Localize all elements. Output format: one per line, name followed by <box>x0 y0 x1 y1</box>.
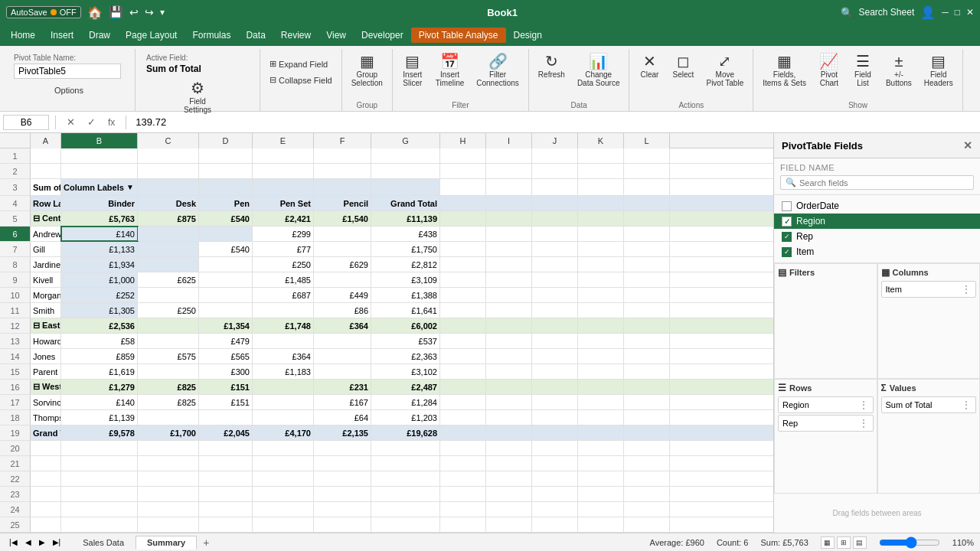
cell-l15[interactable] <box>624 364 670 379</box>
cell-l8[interactable] <box>624 257 670 272</box>
undo-icon[interactable]: ↩ <box>129 6 139 18</box>
options-btn[interactable]: Options <box>50 83 88 97</box>
cell-h4[interactable] <box>440 196 486 210</box>
cell-d17[interactable]: £151 <box>199 395 253 409</box>
cell-c14[interactable]: £575 <box>138 349 199 364</box>
cell-f1[interactable] <box>314 148 371 163</box>
field-checkbox-orderdate[interactable] <box>782 201 792 211</box>
panel-close-btn[interactable]: ✕ <box>963 139 972 152</box>
customize-icon[interactable]: ▾ <box>160 7 165 18</box>
cell-f16[interactable]: £231 <box>314 380 371 394</box>
cell-e10[interactable]: £687 <box>253 288 314 302</box>
cell-d9[interactable] <box>199 272 253 287</box>
cell-h5[interactable] <box>440 211 486 226</box>
cell-e9[interactable]: £1,485 <box>253 272 314 287</box>
cell-h19[interactable] <box>440 425 486 440</box>
cell-d12[interactable]: £1,354 <box>199 318 253 333</box>
field-headers-btn[interactable]: ▤ FieldHeaders <box>920 51 958 90</box>
cell-b5[interactable]: £5,763 <box>61 211 138 226</box>
cell-c2[interactable] <box>138 164 199 178</box>
cell-k14[interactable] <box>578 349 624 364</box>
account-icon[interactable]: 👤 <box>920 5 936 20</box>
cell-g4[interactable]: Grand Total <box>371 196 440 210</box>
cell-e17[interactable] <box>253 395 314 409</box>
menu-draw[interactable]: Draw <box>81 28 118 43</box>
cell-a9[interactable]: Kivell <box>31 272 61 287</box>
cell-b10[interactable]: £252 <box>61 288 138 302</box>
cell-j3[interactable] <box>532 179 578 195</box>
change-data-source-btn[interactable]: 📊 ChangeData Source <box>573 51 625 90</box>
menu-design[interactable]: Design <box>506 28 550 43</box>
cell-b9[interactable]: £1,000 <box>61 272 138 287</box>
cell-i14[interactable] <box>486 349 532 364</box>
cell-b16[interactable]: £1,279 <box>61 380 138 394</box>
cell-e16[interactable] <box>253 380 314 394</box>
area-box-filters[interactable]: ▤ Filters <box>774 263 877 379</box>
cell-j8[interactable] <box>532 257 578 272</box>
cell-l9[interactable] <box>624 272 670 287</box>
rows-region-dots[interactable]: ⋮ <box>858 399 869 411</box>
cell-e4[interactable]: Pen Set <box>253 196 314 210</box>
cell-f4[interactable]: Pencil <box>314 196 371 210</box>
cell-h2[interactable] <box>440 164 486 178</box>
cell-e1[interactable] <box>253 148 314 163</box>
cell-j19[interactable] <box>532 425 578 440</box>
cell-a15[interactable]: Parent <box>31 364 61 379</box>
cell-f8[interactable]: £629 <box>314 257 371 272</box>
cell-k15[interactable] <box>578 364 624 379</box>
area-box-rows[interactable]: ☰ Rows Region ⋮ Rep ⋮ <box>774 379 877 494</box>
cell-g11[interactable]: £1,641 <box>371 303 440 318</box>
cell-e3[interactable] <box>253 179 314 195</box>
cell-g14[interactable]: £2,363 <box>371 349 440 364</box>
cell-i11[interactable] <box>486 303 532 318</box>
cell-k9[interactable] <box>578 272 624 287</box>
cell-h10[interactable] <box>440 288 486 302</box>
cell-c13[interactable] <box>138 334 199 348</box>
cell-g17[interactable]: £1,284 <box>371 395 440 409</box>
cell-a6[interactable]: Andrews <box>31 227 61 241</box>
cell-i16[interactable] <box>486 380 532 394</box>
cell-k4[interactable] <box>578 196 624 210</box>
menu-page-layout[interactable]: Page Layout <box>118 28 185 43</box>
cell-f2[interactable] <box>314 164 371 178</box>
cell-b18[interactable]: £1,139 <box>61 410 138 425</box>
cell-h11[interactable] <box>440 303 486 318</box>
cell-j16[interactable] <box>532 380 578 394</box>
cell-g7[interactable]: £1,750 <box>371 242 440 256</box>
cell-l18[interactable] <box>624 410 670 425</box>
cell-f15[interactable] <box>314 364 371 379</box>
cell-a10[interactable]: Morgan <box>31 288 61 302</box>
search-sheet-icon[interactable]: 🔍 <box>841 7 853 18</box>
cell-k6[interactable] <box>578 227 624 241</box>
cell-k3[interactable] <box>578 179 624 195</box>
cell-d3[interactable] <box>199 179 253 195</box>
cell-h15[interactable] <box>440 364 486 379</box>
cell-k18[interactable] <box>578 410 624 425</box>
cell-d19[interactable]: £2,045 <box>199 425 253 440</box>
col-header-d[interactable]: D <box>199 133 253 148</box>
rows-area-item-region[interactable]: Region ⋮ <box>778 396 874 413</box>
cell-b1[interactable] <box>61 148 138 163</box>
pivot-name-input[interactable] <box>14 64 121 79</box>
col-header-h[interactable]: H <box>440 133 486 148</box>
cell-k19[interactable] <box>578 425 624 440</box>
menu-home[interactable]: Home <box>3 28 43 43</box>
cell-b11[interactable]: £1,305 <box>61 303 138 318</box>
cell-k17[interactable] <box>578 395 624 409</box>
cell-i4[interactable] <box>486 196 532 210</box>
cell-g8[interactable]: £2,812 <box>371 257 440 272</box>
tab-last-btn[interactable]: ▶| <box>50 536 64 548</box>
cell-f13[interactable] <box>314 334 371 348</box>
cell-d13[interactable]: £479 <box>199 334 253 348</box>
cell-c8[interactable] <box>138 257 199 272</box>
cell-b2[interactable] <box>61 164 138 178</box>
cell-i15[interactable] <box>486 364 532 379</box>
cell-l17[interactable] <box>624 395 670 409</box>
cell-d14[interactable]: £565 <box>199 349 253 364</box>
cell-f17[interactable]: £167 <box>314 395 371 409</box>
cell-c6[interactable] <box>138 227 199 241</box>
cell-j10[interactable] <box>532 288 578 302</box>
cell-h17[interactable] <box>440 395 486 409</box>
field-item-item[interactable]: ✓ Item <box>774 244 980 259</box>
cell-d10[interactable] <box>199 288 253 302</box>
